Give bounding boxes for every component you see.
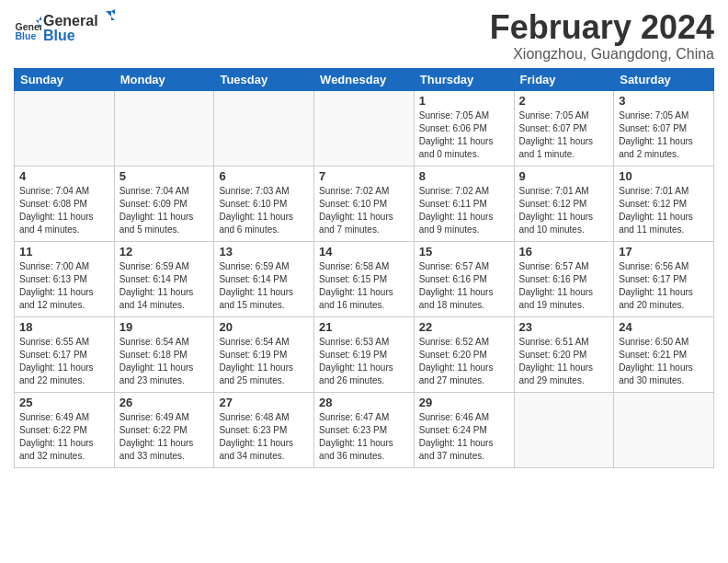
- day-info: Sunrise: 6:59 AM Sunset: 6:14 PM Dayligh…: [219, 260, 309, 312]
- calendar-cell: [214, 90, 314, 166]
- day-number: 2: [519, 94, 609, 108]
- calendar-cell: [514, 392, 614, 467]
- calendar-cell: [114, 90, 214, 166]
- main-title: February 2024: [490, 9, 714, 46]
- day-number: 23: [519, 320, 609, 334]
- calendar-cell: 29Sunrise: 6:46 AM Sunset: 6:24 PM Dayli…: [414, 392, 514, 467]
- calendar-cell: 9Sunrise: 7:01 AM Sunset: 6:12 PM Daylig…: [514, 166, 614, 241]
- calendar-cell: 18Sunrise: 6:55 AM Sunset: 6:17 PM Dayli…: [15, 316, 115, 392]
- day-number: 27: [219, 396, 309, 409]
- day-number: 3: [619, 94, 709, 108]
- day-number: 24: [619, 320, 709, 334]
- week-row-4: 18Sunrise: 6:55 AM Sunset: 6:17 PM Dayli…: [15, 316, 714, 392]
- day-number: 13: [219, 245, 309, 259]
- calendar-cell: 10Sunrise: 7:01 AM Sunset: 6:12 PM Dayli…: [614, 166, 714, 241]
- calendar-cell: 23Sunrise: 6:51 AM Sunset: 6:20 PM Dayli…: [514, 316, 614, 392]
- day-number: 15: [419, 245, 509, 259]
- day-info: Sunrise: 6:59 AM Sunset: 6:14 PM Dayligh…: [119, 260, 210, 312]
- day-info: Sunrise: 6:51 AM Sunset: 6:20 PM Dayligh…: [519, 336, 609, 387]
- logo-svg: General Blue: [43, 9, 117, 44]
- calendar-header-saturday: Saturday: [614, 68, 714, 90]
- day-info: Sunrise: 6:49 AM Sunset: 6:22 PM Dayligh…: [19, 411, 109, 463]
- subtitle: Xiongzhou, Guangdong, China: [490, 46, 714, 63]
- calendar-cell: 24Sunrise: 6:50 AM Sunset: 6:21 PM Dayli…: [614, 316, 714, 392]
- day-number: 22: [419, 320, 509, 334]
- day-number: 29: [419, 396, 509, 409]
- day-info: Sunrise: 6:55 AM Sunset: 6:17 PM Dayligh…: [19, 336, 109, 387]
- day-info: Sunrise: 6:57 AM Sunset: 6:16 PM Dayligh…: [419, 260, 509, 312]
- day-info: Sunrise: 6:57 AM Sunset: 6:16 PM Dayligh…: [519, 260, 609, 312]
- header: General Blue General Blue February 2024 …: [14, 9, 714, 63]
- day-info: Sunrise: 7:05 AM Sunset: 6:06 PM Dayligh…: [419, 109, 509, 161]
- day-number: 25: [19, 396, 109, 409]
- logo-icon: General Blue: [14, 15, 41, 42]
- day-info: Sunrise: 6:48 AM Sunset: 6:23 PM Dayligh…: [219, 411, 309, 463]
- day-info: Sunrise: 6:49 AM Sunset: 6:22 PM Dayligh…: [119, 411, 210, 463]
- title-block: February 2024 Xiongzhou, Guangdong, Chin…: [490, 9, 714, 63]
- calendar-cell: 2Sunrise: 7:05 AM Sunset: 6:07 PM Daylig…: [514, 90, 614, 166]
- logo: General Blue General Blue: [14, 9, 117, 48]
- day-number: 26: [119, 396, 210, 409]
- calendar-cell: [314, 90, 415, 166]
- day-info: Sunrise: 6:52 AM Sunset: 6:20 PM Dayligh…: [419, 336, 509, 387]
- calendar-cell: [15, 90, 115, 166]
- day-info: Sunrise: 6:47 AM Sunset: 6:23 PM Dayligh…: [319, 411, 409, 463]
- day-number: 19: [119, 320, 210, 334]
- calendar-cell: 25Sunrise: 6:49 AM Sunset: 6:22 PM Dayli…: [15, 392, 115, 467]
- calendar-cell: 6Sunrise: 7:03 AM Sunset: 6:10 PM Daylig…: [214, 166, 314, 241]
- calendar-header-tuesday: Tuesday: [214, 68, 314, 90]
- calendar-cell: 14Sunrise: 6:58 AM Sunset: 6:15 PM Dayli…: [314, 241, 415, 316]
- calendar-cell: 28Sunrise: 6:47 AM Sunset: 6:23 PM Dayli…: [314, 392, 415, 467]
- day-number: 28: [319, 396, 409, 409]
- day-number: 7: [319, 169, 409, 183]
- calendar-cell: 15Sunrise: 6:57 AM Sunset: 6:16 PM Dayli…: [414, 241, 514, 316]
- week-row-1: 1Sunrise: 7:05 AM Sunset: 6:06 PM Daylig…: [15, 90, 714, 166]
- svg-marker-3: [39, 17, 41, 21]
- calendar-cell: 13Sunrise: 6:59 AM Sunset: 6:14 PM Dayli…: [214, 241, 314, 316]
- day-number: 11: [19, 245, 109, 259]
- week-row-3: 11Sunrise: 7:00 AM Sunset: 6:13 PM Dayli…: [15, 241, 714, 316]
- day-info: Sunrise: 6:54 AM Sunset: 6:19 PM Dayligh…: [219, 336, 309, 387]
- calendar-cell: 16Sunrise: 6:57 AM Sunset: 6:16 PM Dayli…: [514, 241, 614, 316]
- calendar-cell: 5Sunrise: 7:04 AM Sunset: 6:09 PM Daylig…: [114, 166, 214, 241]
- day-number: 20: [219, 320, 309, 334]
- day-number: 5: [119, 169, 210, 183]
- day-number: 4: [19, 169, 109, 183]
- calendar-cell: 17Sunrise: 6:56 AM Sunset: 6:17 PM Dayli…: [614, 241, 714, 316]
- day-info: Sunrise: 7:01 AM Sunset: 6:12 PM Dayligh…: [619, 185, 709, 236]
- svg-text:Blue: Blue: [43, 28, 75, 43]
- calendar-cell: 7Sunrise: 7:02 AM Sunset: 6:10 PM Daylig…: [314, 166, 415, 241]
- day-info: Sunrise: 7:04 AM Sunset: 6:08 PM Dayligh…: [19, 185, 109, 236]
- day-number: 14: [319, 245, 409, 259]
- day-number: 17: [619, 245, 709, 259]
- day-info: Sunrise: 7:03 AM Sunset: 6:10 PM Dayligh…: [219, 185, 309, 236]
- calendar-cell: 19Sunrise: 6:54 AM Sunset: 6:18 PM Dayli…: [114, 316, 214, 392]
- day-number: 9: [519, 169, 609, 183]
- calendar-cell: 21Sunrise: 6:53 AM Sunset: 6:19 PM Dayli…: [314, 316, 415, 392]
- calendar-cell: 26Sunrise: 6:49 AM Sunset: 6:22 PM Dayli…: [114, 392, 214, 467]
- day-info: Sunrise: 7:01 AM Sunset: 6:12 PM Dayligh…: [519, 185, 609, 236]
- day-number: 6: [219, 169, 309, 183]
- day-info: Sunrise: 7:05 AM Sunset: 6:07 PM Dayligh…: [619, 109, 709, 161]
- calendar-header-row: SundayMondayTuesdayWednesdayThursdayFrid…: [15, 68, 714, 90]
- calendar-header-wednesday: Wednesday: [314, 68, 415, 90]
- day-info: Sunrise: 6:56 AM Sunset: 6:17 PM Dayligh…: [619, 260, 709, 312]
- calendar-cell: [614, 392, 714, 467]
- day-info: Sunrise: 6:50 AM Sunset: 6:21 PM Dayligh…: [619, 336, 709, 387]
- page: General Blue General Blue February 2024 …: [0, 0, 728, 477]
- day-info: Sunrise: 6:54 AM Sunset: 6:18 PM Dayligh…: [119, 336, 210, 387]
- calendar: SundayMondayTuesdayWednesdayThursdayFrid…: [14, 68, 714, 468]
- day-number: 16: [519, 245, 609, 259]
- svg-text:Blue: Blue: [16, 30, 37, 41]
- day-info: Sunrise: 7:02 AM Sunset: 6:11 PM Dayligh…: [419, 185, 509, 236]
- week-row-5: 25Sunrise: 6:49 AM Sunset: 6:22 PM Dayli…: [15, 392, 714, 467]
- day-info: Sunrise: 7:05 AM Sunset: 6:07 PM Dayligh…: [519, 109, 609, 161]
- calendar-cell: 11Sunrise: 7:00 AM Sunset: 6:13 PM Dayli…: [15, 241, 115, 316]
- day-number: 12: [119, 245, 210, 259]
- calendar-cell: 4Sunrise: 7:04 AM Sunset: 6:08 PM Daylig…: [15, 166, 115, 241]
- day-info: Sunrise: 7:02 AM Sunset: 6:10 PM Dayligh…: [319, 185, 409, 236]
- day-info: Sunrise: 7:04 AM Sunset: 6:09 PM Dayligh…: [119, 185, 210, 236]
- calendar-cell: 12Sunrise: 6:59 AM Sunset: 6:14 PM Dayli…: [114, 241, 214, 316]
- calendar-header-thursday: Thursday: [414, 68, 514, 90]
- day-number: 21: [319, 320, 409, 334]
